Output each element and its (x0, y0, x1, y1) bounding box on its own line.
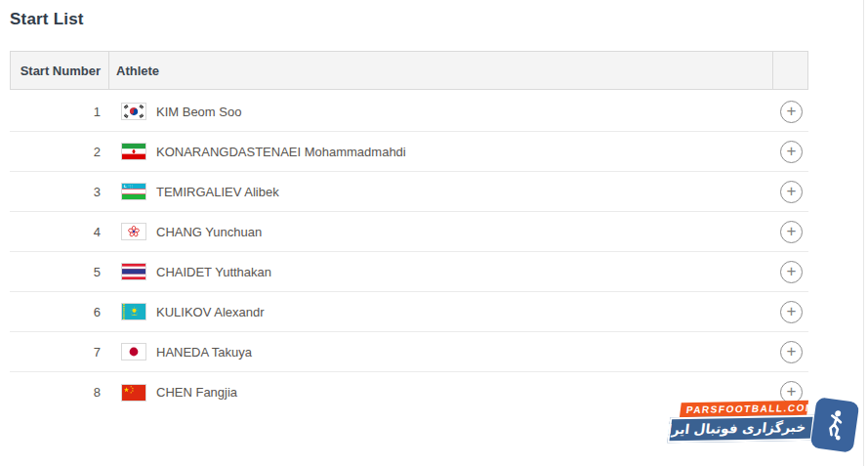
country-flag-icon (122, 104, 145, 119)
start-number-cell: 3 (10, 185, 108, 199)
column-header-actions (773, 52, 807, 89)
athlete-name: HANEDA Takuya (156, 345, 252, 360)
table-row: 6 KULIKOV Alexandr + (10, 292, 808, 332)
athlete-cell: CHEN Fangjia (108, 385, 774, 401)
plus-icon: + (787, 143, 797, 159)
actions-cell: + (774, 181, 808, 203)
column-header-athlete: Athlete (109, 52, 773, 89)
plus-icon: + (787, 383, 797, 400)
table-row: 1 KIM Beom Soo + (10, 92, 808, 132)
country-flag-icon (122, 304, 145, 319)
athlete-name: CHANG Yunchuan (156, 225, 262, 239)
athlete-cell: KIM Beom Soo (108, 104, 774, 119)
column-header-start-number: Start Number (11, 52, 109, 89)
athlete-name: KIM Beom Soo (156, 105, 241, 119)
start-number-cell: 1 (10, 105, 108, 119)
start-number-cell: 6 (10, 305, 108, 319)
plus-icon: + (787, 183, 797, 199)
athlete-cell: HANEDA Takuya (108, 344, 774, 360)
country-flag-icon (122, 385, 145, 401)
plus-icon: + (787, 303, 797, 319)
start-number-cell: 7 (10, 345, 108, 360)
table-row: 5 CHAIDET Yutthakan + (10, 252, 808, 292)
start-list-table: Start Number Athlete 1 KIM Beom Soo + (10, 51, 808, 412)
table-row: 4 CHANG Yunchuan + (10, 212, 808, 252)
athlete-name: KULIKOV Alexandr (156, 305, 265, 319)
start-number-cell: 5 (10, 265, 108, 279)
add-athlete-button[interactable]: + (780, 261, 803, 283)
add-athlete-button[interactable]: + (780, 301, 803, 323)
page-title: Start List (10, 10, 84, 29)
add-athlete-button[interactable]: + (780, 101, 803, 123)
actions-cell: + (774, 341, 808, 363)
plus-icon: + (787, 103, 797, 119)
actions-cell: + (774, 101, 808, 123)
parsfootball-watermark: PARSFOOTBALL.COM خبرگزاری فوتبال ایران (665, 400, 856, 454)
container-right-border (863, 0, 864, 466)
country-flag-icon (122, 344, 145, 360)
add-athlete-button[interactable]: + (780, 221, 803, 243)
add-athlete-button[interactable]: + (780, 341, 803, 363)
start-number-cell: 2 (10, 145, 108, 159)
table-body: 1 KIM Beom Soo + 2 (10, 92, 808, 412)
start-number-cell: 8 (10, 385, 108, 400)
table-header: Start Number Athlete (10, 51, 808, 90)
athlete-cell: CHANG Yunchuan (108, 224, 774, 239)
actions-cell: + (774, 261, 808, 283)
athlete-name: TEMIRGALIEV Alibek (156, 185, 279, 199)
athlete-cell: CHAIDET Yutthakan (108, 264, 774, 279)
country-flag-icon (122, 224, 145, 239)
actions-cell: + (774, 221, 808, 243)
actions-cell: + (774, 141, 808, 163)
table-row: 2 KONARANGDASTENAEI Mohammadmahdi + (10, 132, 808, 172)
athlete-cell: KONARANGDASTENAEI Mohammadmahdi (108, 144, 774, 159)
add-athlete-button[interactable]: + (780, 181, 803, 203)
start-number-cell: 4 (10, 225, 108, 239)
soccer-player-icon (810, 397, 860, 453)
country-flag-icon (122, 144, 145, 159)
country-flag-icon (122, 184, 145, 199)
plus-icon: + (787, 263, 797, 279)
table-row: 3 TEMIRGALIEV Alibek + (10, 172, 808, 212)
plus-icon: + (787, 223, 797, 239)
athlete-name: CHEN Fangjia (156, 385, 237, 400)
athlete-name: CHAIDET Yutthakan (156, 265, 271, 279)
athlete-cell: TEMIRGALIEV Alibek (108, 184, 774, 199)
actions-cell: + (774, 301, 808, 323)
table-row: 7 HANEDA Takuya + (10, 332, 808, 372)
add-athlete-button[interactable]: + (780, 141, 803, 163)
watermark-tagline-farsi: خبرگزاری فوتبال ایران (667, 415, 815, 444)
plus-icon: + (787, 343, 797, 360)
country-flag-icon (122, 264, 145, 279)
athlete-cell: KULIKOV Alexandr (108, 304, 774, 319)
athlete-name: KONARANGDASTENAEI Mohammadmahdi (156, 145, 406, 159)
